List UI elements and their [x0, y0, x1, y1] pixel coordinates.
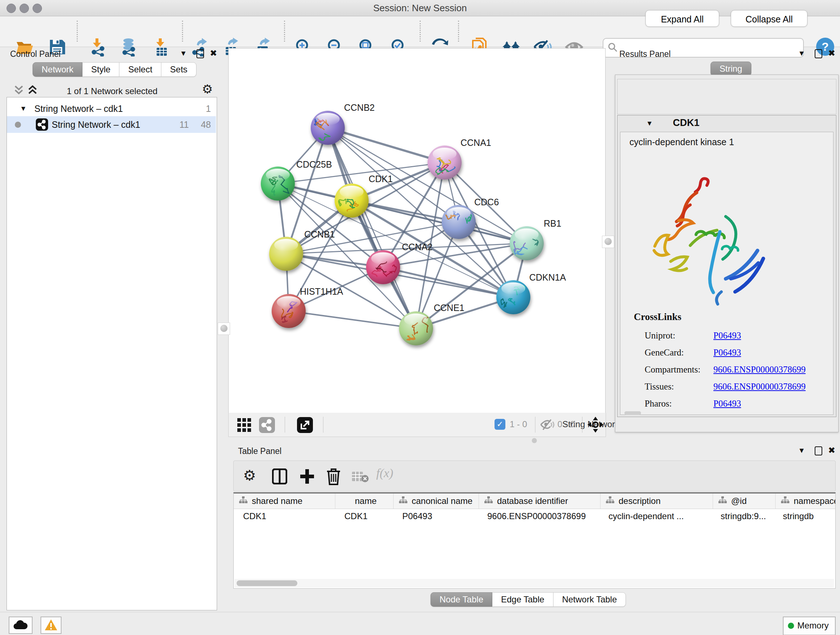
warning-icon — [44, 619, 57, 631]
show-columns-icon[interactable] — [272, 469, 287, 485]
column-header-name[interactable]: name — [335, 494, 393, 509]
crosslink-link[interactable]: 9606.ENSP00000378699 — [714, 382, 806, 392]
tab-network-table[interactable]: Network Table — [554, 592, 626, 607]
toolbar-separator — [420, 21, 421, 42]
node-CDC25B[interactable] — [261, 166, 295, 201]
node-CCNE1[interactable] — [399, 311, 433, 345]
delete-column-icon[interactable] — [326, 468, 341, 485]
collapse-all-icon[interactable] — [14, 85, 26, 96]
tab-style[interactable]: Style — [82, 62, 119, 77]
table-settings-gear-icon[interactable]: ⚙ — [243, 467, 256, 484]
add-column-icon[interactable] — [300, 469, 315, 485]
crosslink-link[interactable]: 9606.ENSP00000378699 — [714, 364, 806, 375]
bottom-splitter-handle[interactable] — [532, 438, 537, 443]
node-CCNB1[interactable] — [269, 237, 303, 271]
grid-view-icon[interactable] — [237, 418, 251, 432]
tab-edge-table[interactable]: Edge Table — [493, 592, 554, 607]
node-CCNA1[interactable] — [428, 146, 462, 180]
edge-HIST1H1A-CCNE1[interactable] — [289, 311, 416, 328]
network-collection-row[interactable]: ▼ String Network – cdk1 1 — [7, 100, 216, 117]
memory-status-dot — [788, 623, 794, 629]
crosslink-link[interactable]: P06493 — [714, 331, 741, 340]
crosslink-label: GeneCard: — [645, 348, 684, 358]
node-label-CDC25B: CDC25B — [296, 159, 332, 169]
column-header-label: description — [619, 496, 660, 506]
network-row-label: String Network – cdk1 — [52, 119, 141, 130]
edge-CCNB2-CCNA1[interactable] — [328, 128, 445, 163]
table-cell: cyclin-dependent ... — [599, 509, 711, 524]
warnings-button[interactable] — [41, 616, 62, 634]
tab-string[interactable]: String — [711, 62, 752, 76]
table-toolbar — [233, 461, 836, 492]
node-CCNB2[interactable] — [311, 111, 345, 145]
column-header-shared-name[interactable]: shared name — [234, 494, 335, 509]
node-HIST1H1A[interactable] — [272, 294, 306, 328]
control-panel-gear-icon[interactable]: ⚙ — [202, 82, 213, 96]
column-header-label: name — [355, 496, 377, 506]
control-panel-float-icon[interactable] — [196, 49, 204, 58]
results-panel-collapse-icon[interactable]: ▼ — [798, 49, 805, 57]
node-RB1[interactable] — [510, 226, 544, 260]
node-CCNA2[interactable] — [366, 250, 400, 284]
results-panel-close-icon[interactable]: ✖ — [828, 48, 835, 58]
results-panel-float-icon[interactable] — [815, 49, 822, 58]
table-row[interactable]: CDK1CDK1P064939606.ENSP00000378699cyclin… — [234, 509, 836, 524]
control-panel-title: Control Panel — [10, 49, 60, 59]
memory-button[interactable]: Memory — [783, 616, 836, 635]
column-header-@id[interactable]: @id — [713, 494, 775, 509]
column-type-icon — [775, 496, 794, 506]
table-cell: CDK1 — [335, 509, 393, 524]
table-horizontal-scrollbar — [234, 579, 834, 587]
gene-expander-icon[interactable]: ▼ — [646, 119, 653, 127]
results-scrollbar-thumb[interactable] — [624, 411, 641, 415]
table-panel-close-icon[interactable]: ✖ — [828, 445, 835, 455]
table-panel-collapse-icon[interactable]: ▼ — [798, 447, 805, 455]
column-type-icon — [393, 496, 412, 506]
tab-sets[interactable]: Sets — [161, 62, 196, 77]
node-CDKN1A[interactable] — [496, 280, 531, 314]
table-scrollbar-thumb[interactable] — [237, 580, 297, 586]
left-splitter-handle[interactable] — [218, 323, 230, 335]
gene-description: cyclin-dependent kinase 1 — [630, 137, 734, 147]
network-view-canvas[interactable]: CCNB2CCNA1CDC25BCDK1CDC6RB1CCNB1CCNA2CDK… — [228, 48, 606, 413]
tab-network[interactable]: Network — [33, 62, 82, 77]
network-overview-icon[interactable] — [259, 417, 275, 433]
table-panel-title: Table Panel — [238, 447, 281, 456]
expand-all-icon[interactable] — [27, 85, 40, 96]
network-row[interactable]: String Network – cdk1 11 48 — [7, 116, 216, 133]
column-header-namespace[interactable]: namespace — [775, 494, 836, 509]
node-label-CCNA2: CCNA2 — [402, 242, 433, 252]
tab-node-table[interactable]: Node Table — [431, 592, 493, 607]
table-cell: stringdb — [774, 509, 836, 524]
birds-eye-icon[interactable] — [587, 417, 603, 432]
memory-label: Memory — [797, 621, 829, 631]
node-label-CCNE1: CCNE1 — [434, 302, 464, 313]
selected-counts: 1 - 0 — [510, 419, 527, 429]
collapse-all-button[interactable]: Collapse All — [731, 10, 807, 27]
node-CDC6[interactable] — [442, 205, 476, 239]
node-label-CCNA1: CCNA1 — [461, 138, 491, 148]
node-table: shared namenamecanonical namedatabase id… — [233, 492, 836, 589]
collection-expander-icon[interactable]: ▼ — [20, 105, 27, 112]
cloud-button[interactable] — [9, 616, 33, 634]
crosslink-link[interactable]: P06493 — [714, 348, 741, 358]
delete-table-icon[interactable] — [352, 470, 369, 483]
expand-all-button[interactable]: Expand All — [645, 10, 719, 27]
edge-CCNB2-CCNE1[interactable] — [328, 128, 416, 328]
toolbar-separator — [77, 21, 78, 42]
column-header-database-identifier[interactable]: database identifier — [479, 494, 600, 509]
selected-checkbox[interactable]: ✓ — [494, 419, 505, 430]
column-header-label: shared name — [252, 496, 302, 506]
column-header-canonical-name[interactable]: canonical name — [393, 494, 479, 509]
network-current-dot — [15, 122, 21, 128]
tab-select[interactable]: Select — [119, 62, 161, 77]
crosslink-link[interactable]: P06493 — [714, 399, 741, 409]
table-panel-float-icon[interactable] — [815, 447, 822, 455]
column-type-icon — [713, 496, 731, 506]
detach-view-icon[interactable] — [297, 417, 313, 433]
node-label-CDKN1A: CDKN1A — [529, 272, 566, 282]
control-panel-collapse-icon[interactable]: ▼ — [180, 49, 187, 57]
control-panel-close-icon[interactable]: ✖ — [210, 48, 217, 58]
node-CDK1[interactable] — [335, 184, 369, 218]
column-header-description[interactable]: description — [600, 494, 713, 509]
